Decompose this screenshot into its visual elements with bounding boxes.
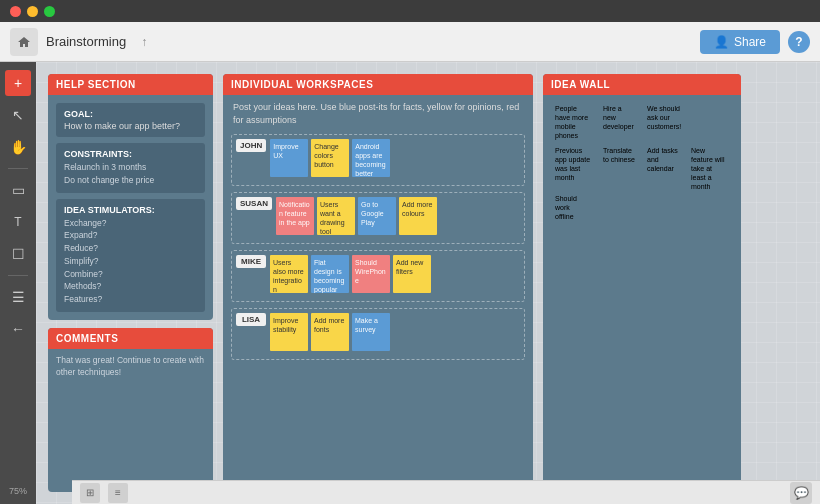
constraints-text: Relaunch in 3 monthsDo not change the pr… — [64, 161, 197, 187]
stimulators-box: IDEA STIMULATORS: Exchange?Expand?Reduce… — [56, 199, 205, 312]
help-button[interactable]: ? — [788, 31, 810, 53]
upload-icon[interactable]: ↑ — [134, 32, 154, 52]
back-tool-button[interactable]: ← — [5, 316, 31, 342]
comments-section: COMMENTS That was great! Continue to cre… — [48, 328, 213, 492]
goal-text: How to make our app better? — [64, 121, 197, 131]
constraints-label: CONSTRAINTS: — [64, 149, 197, 159]
sidebar-divider — [8, 168, 28, 169]
idea-new-feature[interactable]: New feature will take at least a month — [687, 143, 731, 187]
postit-stability[interactable]: Improve stability — [270, 313, 308, 351]
goal-box: GOAL: How to make our app better? — [56, 103, 205, 137]
maximize-button[interactable] — [44, 6, 55, 17]
workspaces-header: INDIVIDUAL WORKSPACES — [223, 74, 533, 95]
idea-work-offline[interactable]: Should work offline — [551, 191, 591, 227]
comments-text: That was great! Continue to create with … — [48, 349, 213, 385]
grid-view-button[interactable]: ⊞ — [80, 483, 100, 503]
postit-android[interactable]: Android apps are becoming better — [352, 139, 390, 177]
mike-row: MIKE Users also more integration Flat de… — [231, 250, 525, 302]
text-tool-button[interactable]: T — [5, 209, 31, 235]
main-area: + ↖ ✋ ▭ T ☐ ☰ ← 75% HELP SECTION GOAL: H… — [0, 62, 820, 504]
idea-wall-content: People have more mobile phones Hire a ne… — [543, 95, 741, 233]
postit-more-colours[interactable]: Add more colours — [399, 197, 437, 235]
sidebar-bottom: 75% — [9, 486, 27, 496]
sticky-tool-button[interactable]: ☐ — [5, 241, 31, 267]
goal-label: GOAL: — [64, 109, 197, 119]
help-section: HELP SECTION GOAL: How to make our app b… — [48, 74, 213, 320]
john-row: JOHN Improve UX Change colors button And… — [231, 134, 525, 186]
postit-change-colors[interactable]: Change colors button — [311, 139, 349, 177]
zoom-level: 75% — [9, 486, 27, 496]
postit-integration[interactable]: Users also more integration — [270, 255, 308, 293]
lisa-postits: Improve stability Add more fonts Make a … — [270, 313, 520, 351]
john-label: JOHN — [236, 139, 266, 152]
idea-mobile-phones[interactable]: People have more mobile phones — [551, 101, 595, 139]
list-tool-button[interactable]: ☰ — [5, 284, 31, 310]
bottom-icons: ⊞ ≡ — [80, 483, 128, 503]
stimulators-text: Exchange?Expand?Reduce?Simplify?Combine?… — [64, 217, 197, 306]
idea-hire-dev[interactable]: Hire a new developer — [599, 101, 639, 139]
mike-label: MIKE — [236, 255, 266, 268]
document-title: Brainstorming — [46, 34, 126, 49]
idea-previous-app[interactable]: Previous app update was last month — [551, 143, 595, 187]
postit-drawing[interactable]: Users want a drawing tool — [317, 197, 355, 235]
share-button[interactable]: 👤 Share — [700, 30, 780, 54]
sidebar: + ↖ ✋ ▭ T ☐ ☰ ← 75% — [0, 62, 36, 504]
toolbar: Brainstorming ↑ 👤 Share ? — [0, 22, 820, 62]
home-button[interactable] — [10, 28, 38, 56]
postit-improve-ux[interactable]: Improve UX — [270, 139, 308, 177]
hand-tool-button[interactable]: ✋ — [5, 134, 31, 160]
lisa-label: LISA — [236, 313, 266, 326]
lisa-row: LISA Improve stability Add more fonts Ma… — [231, 308, 525, 360]
workspace-rows: JOHN Improve UX Change colors button And… — [223, 134, 533, 368]
titlebar — [0, 0, 820, 22]
individual-workspaces: INDIVIDUAL WORKSPACES Post your ideas he… — [223, 74, 533, 492]
postit-more-fonts[interactable]: Add more fonts — [311, 313, 349, 351]
add-tool-button[interactable]: + — [5, 70, 31, 96]
postit-new-filters[interactable]: Add new filters — [393, 255, 431, 293]
postit-survey[interactable]: Make a survey — [352, 313, 390, 351]
idea-wall-header: IDEA WALL — [543, 74, 741, 95]
john-postits: Improve UX Change colors button Android … — [270, 139, 520, 177]
idea-tasks-calendar[interactable]: Add tasks and calendar — [643, 143, 683, 179]
minimize-button[interactable] — [27, 6, 38, 17]
susan-postits: Notification feature in the app Users wa… — [276, 197, 520, 235]
rect-tool-button[interactable]: ▭ — [5, 177, 31, 203]
postit-notification[interactable]: Notification feature in the app — [276, 197, 314, 235]
sidebar-divider-2 — [8, 275, 28, 276]
list-view-button[interactable]: ≡ — [108, 483, 128, 503]
share-person-icon: 👤 — [714, 35, 729, 49]
left-column: HELP SECTION GOAL: How to make our app b… — [48, 74, 213, 492]
select-tool-button[interactable]: ↖ — [5, 102, 31, 128]
idea-ask-customers[interactable]: We should ask our customers! — [643, 101, 687, 139]
workspaces-description: Post your ideas here. Use blue post-its … — [223, 95, 533, 134]
postit-flat-design[interactable]: Flat design is becoming popular — [311, 255, 349, 293]
stimulators-label: IDEA STIMULATORS: — [64, 205, 197, 215]
idea-translate[interactable]: Translate to chinese — [599, 143, 639, 179]
bottom-bar: ⊞ ≡ 💬 — [72, 480, 820, 504]
chat-icon[interactable]: 💬 — [790, 482, 812, 504]
postit-wirephone[interactable]: Should WirePhone — [352, 255, 390, 293]
susan-row: SUSAN Notification feature in the app Us… — [231, 192, 525, 244]
close-button[interactable] — [10, 6, 21, 17]
comments-header: COMMENTS — [48, 328, 213, 349]
idea-wall: IDEA WALL People have more mobile phones… — [543, 74, 741, 492]
susan-label: SUSAN — [236, 197, 272, 210]
canvas[interactable]: HELP SECTION GOAL: How to make our app b… — [36, 62, 820, 504]
constraints-box: CONSTRAINTS: Relaunch in 3 monthsDo not … — [56, 143, 205, 193]
mike-postits: Users also more integration Flat design … — [270, 255, 520, 293]
postit-google-play[interactable]: Go to Google Play — [358, 197, 396, 235]
help-section-header: HELP SECTION — [48, 74, 213, 95]
